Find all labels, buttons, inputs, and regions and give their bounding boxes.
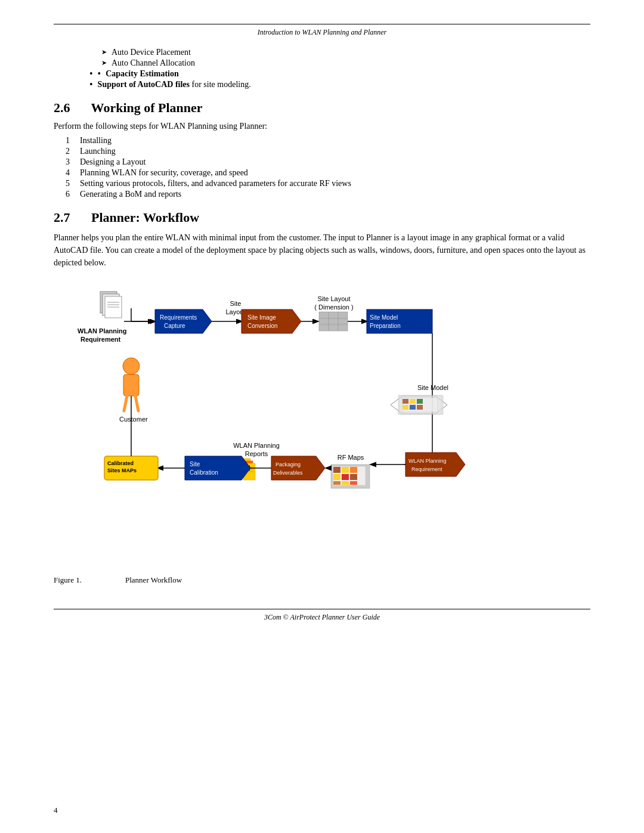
section-27-description: Planner helps you plan the entire WLAN w… — [54, 231, 590, 269]
step-3-num: 3 — [66, 157, 80, 167]
bullet-capacity: • Capacity Estimation — [89, 69, 590, 79]
svg-rect-40 — [333, 481, 340, 485]
site-layout-label: Site — [230, 300, 242, 307]
page-header: Introduction to WLAN Planning and Planne… — [54, 28, 590, 37]
svg-line-61 — [135, 396, 138, 411]
step-4-num: 4 — [66, 168, 80, 178]
step-3: 3 Designing a Layout — [66, 157, 590, 167]
bullet-autocad-text: Support of AutoCAD files for site modeli… — [98, 80, 251, 89]
svg-rect-17 — [367, 309, 432, 333]
steps-list: 1 Installing 2 Launching 3 Designing a L… — [66, 136, 590, 199]
bullet-dot-icon: • — [98, 69, 101, 79]
top-rule — [54, 24, 590, 24]
wlan-plan-req-1: WLAN Planning — [408, 458, 447, 464]
svg-marker-31 — [405, 453, 465, 476]
bullet-auto-channel: Auto Channel Allocation — [101, 58, 590, 68]
svg-rect-23 — [402, 399, 408, 404]
svg-marker-53 — [185, 456, 250, 480]
page-number: 4 — [54, 806, 58, 815]
bullet-auto-device: Auto Device Placement — [101, 48, 590, 57]
pack-del-2: Deliverables — [273, 470, 303, 476]
svg-rect-24 — [410, 399, 416, 404]
site-img-2: Conversion — [247, 323, 278, 329]
figure-label: Figure 1. — [54, 575, 125, 585]
page: Introduction to WLAN Planning and Planne… — [0, 0, 644, 833]
workflow-diagram: WLAN Planning Requirement Requirements C… — [54, 280, 590, 566]
site-layout-dim-1: Site Layout — [317, 295, 350, 302]
bullet-dot-icon-2: • — [89, 80, 93, 89]
svg-rect-26 — [402, 405, 408, 410]
svg-rect-28 — [417, 405, 423, 410]
svg-rect-37 — [333, 474, 340, 480]
svg-rect-25 — [417, 399, 423, 404]
step-1-text: Installing — [80, 136, 112, 145]
bullet-autocad: • Support of AutoCAD files for site mode… — [89, 80, 590, 89]
svg-marker-50 — [271, 456, 325, 480]
step-5-text: Setting various protocols, filters, and … — [80, 179, 351, 188]
site-layout-dim-2: ( Dimension ) — [314, 304, 353, 311]
footer-text: 3Com © AirProtect Planner User Guide — [54, 613, 590, 622]
cal-sites-1: Calibrated — [107, 460, 134, 466]
svg-rect-27 — [410, 405, 416, 410]
bullet-auto-device-text: Auto Device Placement — [112, 48, 191, 57]
svg-marker-7 — [155, 309, 212, 333]
section-27-heading: 2.7 Planner: Workflow — [54, 210, 590, 225]
site-cal-2: Calibration — [190, 469, 218, 476]
svg-point-58 — [123, 358, 140, 374]
step-2: 2 Launching — [66, 147, 590, 156]
svg-rect-35 — [342, 467, 349, 473]
rf-maps-label: RF Maps — [338, 454, 364, 461]
req-cap-2: Capture — [164, 323, 185, 329]
step-3-text: Designing a Layout — [80, 157, 145, 167]
step-4-text: Planning WLAN for security, coverage, an… — [80, 168, 248, 178]
wlan-reports-label-1: WLAN Planning — [233, 442, 280, 449]
site-img-1: Site Image — [247, 314, 276, 321]
pack-del-1: Packaging — [275, 462, 301, 467]
site-model-prep-2: Preparation — [370, 323, 401, 329]
wlan-plan-req-2: Requirement — [411, 466, 442, 472]
wlan-label-bot: Requirement — [80, 336, 121, 343]
site-model-grid — [398, 395, 443, 414]
svg-rect-59 — [123, 374, 139, 396]
section-27-number: 2.7 — [54, 210, 70, 225]
svg-rect-38 — [342, 474, 349, 480]
wlan-reports-label-2: Reports — [245, 450, 268, 457]
section-26-intro: Perform the following steps for WLAN Pla… — [54, 122, 590, 131]
step-2-num: 2 — [66, 147, 80, 156]
customer-label: Customer — [119, 416, 148, 423]
step-5-num: 5 — [66, 179, 80, 188]
svg-marker-9 — [242, 309, 301, 333]
svg-rect-42 — [350, 481, 357, 485]
doc-icon — [100, 292, 122, 318]
step-5: 5 Setting various protocols, filters, an… — [66, 179, 590, 188]
section-26-heading: 2.6 Working of Planner — [54, 100, 590, 116]
figure-caption: Figure 1. Planner Workflow — [54, 575, 590, 585]
section-26-title: Working of Planner — [91, 100, 203, 115]
site-model-label: Site Model — [417, 384, 448, 391]
svg-rect-39 — [350, 474, 357, 480]
step-6-num: 6 — [66, 190, 80, 199]
step-2-text: Launching — [80, 147, 116, 156]
rf-maps-grid — [331, 465, 370, 488]
svg-rect-34 — [333, 467, 340, 473]
step-1-num: 1 — [66, 136, 80, 145]
svg-rect-41 — [342, 481, 349, 485]
section-27-title: Planner: Workflow — [91, 210, 199, 225]
step-4: 4 Planning WLAN for security, coverage, … — [66, 168, 590, 178]
workflow-svg: WLAN Planning Requirement Requirements C… — [60, 280, 584, 566]
site-model-prep-1: Site Model — [370, 314, 398, 321]
bottom-rule — [54, 609, 590, 609]
req-cap-1: Requirements — [160, 314, 197, 321]
step-6: 6 Generating a BoM and reports — [66, 190, 590, 199]
step-6-text: Generating a BoM and reports — [80, 190, 181, 199]
svg-rect-36 — [350, 467, 357, 473]
wlan-label-top: WLAN Planning — [78, 327, 127, 335]
bullet-auto-channel-text: Auto Channel Allocation — [112, 58, 195, 68]
site-cal-1: Site — [190, 461, 200, 467]
step-1: 1 Installing — [66, 136, 590, 145]
cal-sites-2: Sites MAPs — [107, 467, 137, 473]
bullet-capacity-text: Capacity Estimation — [106, 69, 179, 79]
section-26-number: 2.6 — [54, 100, 70, 115]
svg-line-60 — [124, 396, 127, 411]
figure-caption-text: Planner Workflow — [125, 575, 182, 585]
